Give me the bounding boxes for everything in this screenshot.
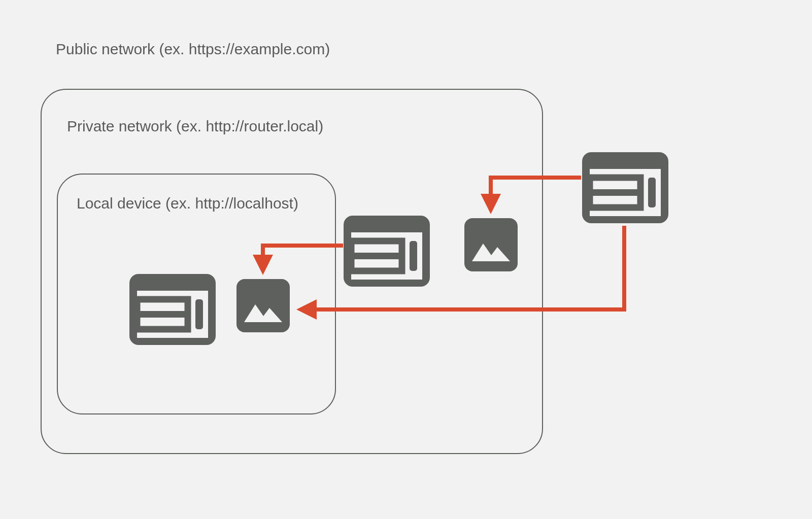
public-network-label: Public network (ex. https://example.com)	[56, 41, 330, 58]
svg-rect-4	[648, 178, 656, 207]
svg-rect-17	[236, 279, 290, 332]
svg-rect-9	[410, 241, 417, 271]
browser-window-icon	[580, 150, 671, 228]
svg-rect-13	[137, 311, 188, 318]
svg-rect-3	[590, 189, 640, 196]
browser-window-icon	[341, 213, 432, 291]
image-placeholder-icon	[234, 276, 292, 337]
svg-rect-8	[351, 253, 402, 259]
local-device-label: Local device (ex. http://localhost)	[77, 195, 298, 212]
network-diagram: Public network (ex. https://example.com)…	[41, 36, 771, 482]
svg-rect-14	[195, 299, 203, 329]
private-network-label: Private network (ex. http://router.local…	[67, 118, 323, 135]
browser-window-icon	[127, 271, 218, 350]
svg-rect-15	[464, 218, 518, 271]
image-placeholder-icon	[462, 216, 520, 276]
